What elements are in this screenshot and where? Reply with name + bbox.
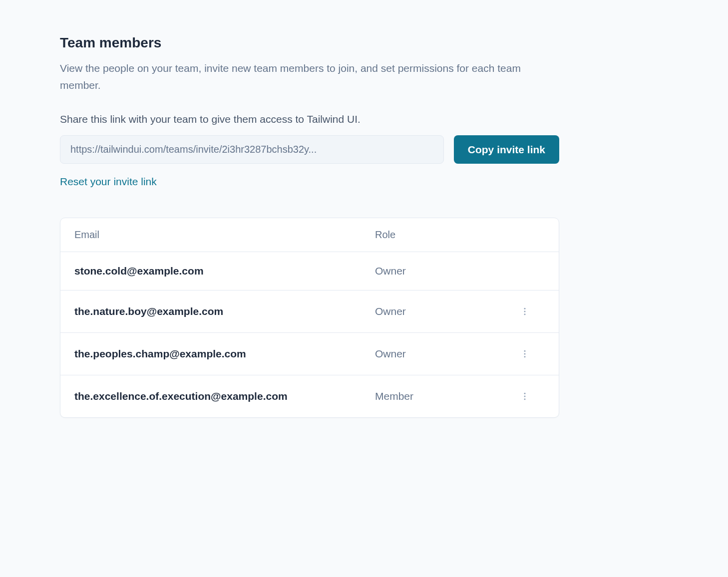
more-actions-button[interactable]	[517, 388, 533, 404]
svg-point-4	[524, 353, 526, 355]
svg-point-0	[524, 308, 526, 309]
member-actions	[505, 346, 545, 362]
invite-link-input[interactable]	[60, 135, 444, 164]
svg-point-7	[524, 396, 526, 397]
svg-point-6	[524, 393, 526, 394]
more-vertical-icon	[520, 306, 530, 316]
table-row: the.peoples.champ@example.comOwner	[60, 333, 559, 375]
svg-point-5	[524, 356, 526, 358]
member-email: the.peoples.champ@example.com	[74, 348, 375, 360]
page-title: Team members	[60, 35, 559, 51]
svg-point-1	[524, 311, 526, 312]
column-header-email: Email	[74, 229, 375, 241]
more-vertical-icon	[520, 391, 530, 401]
table-row: the.nature.boy@example.comOwner	[60, 290, 559, 333]
invite-link-row: Copy invite link	[60, 135, 559, 164]
svg-point-2	[524, 314, 526, 315]
member-role: Owner	[375, 348, 505, 360]
table-row: the.excellence.of.execution@example.comM…	[60, 375, 559, 417]
svg-point-3	[524, 350, 526, 352]
member-email: the.nature.boy@example.com	[74, 305, 375, 317]
member-email: the.excellence.of.execution@example.com	[74, 390, 375, 402]
more-actions-button[interactable]	[517, 303, 533, 319]
column-header-role: Role	[375, 229, 505, 241]
svg-point-8	[524, 399, 526, 400]
member-role: Member	[375, 390, 505, 402]
reset-invite-link[interactable]: Reset your invite link	[60, 176, 157, 188]
member-role: Owner	[375, 265, 505, 277]
table-header: Email Role	[60, 218, 559, 252]
member-actions	[505, 388, 545, 404]
more-vertical-icon	[520, 349, 530, 359]
member-role: Owner	[375, 305, 505, 317]
copy-invite-link-button[interactable]: Copy invite link	[454, 135, 559, 164]
more-actions-button[interactable]	[517, 346, 533, 362]
page-description: View the people on your team, invite new…	[60, 60, 559, 93]
share-link-label: Share this link with your team to give t…	[60, 113, 559, 125]
table-row: stone.cold@example.comOwner	[60, 252, 559, 290]
member-email: stone.cold@example.com	[74, 265, 375, 277]
team-members-table: Email Role stone.cold@example.comOwnerth…	[60, 218, 559, 418]
member-actions	[505, 303, 545, 319]
